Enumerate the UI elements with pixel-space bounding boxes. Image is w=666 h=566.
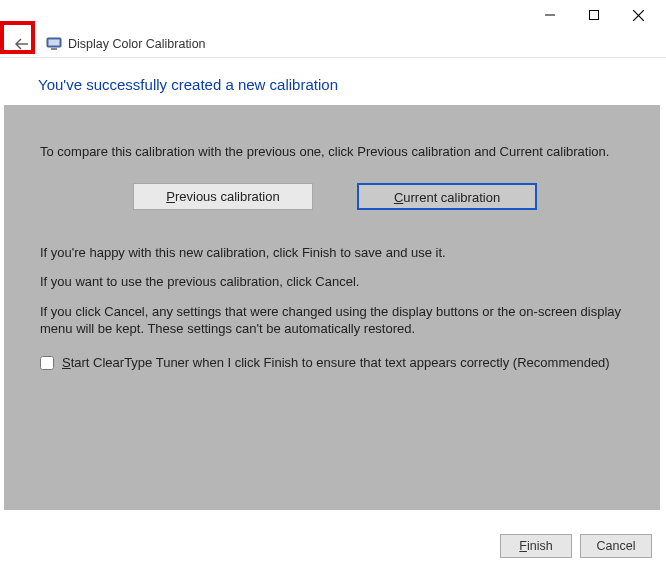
- display-calibration-icon: [46, 36, 62, 52]
- titlebar: [0, 0, 666, 30]
- back-button[interactable]: [8, 30, 36, 58]
- cancel-instruction: If you want to use the previous calibrat…: [40, 273, 630, 291]
- cancel-note: If you click Cancel, any settings that w…: [40, 303, 630, 338]
- wizard-window: Display Color Calibration You've success…: [0, 0, 666, 566]
- compare-buttons-row: Previous calibration Current calibration: [40, 183, 630, 210]
- svg-rect-1: [590, 11, 599, 20]
- page-title: You've successfully created a new calibr…: [0, 58, 666, 105]
- cleartype-tuner-label[interactable]: Start ClearType Tuner when I click Finis…: [62, 354, 610, 372]
- header-row: Display Color Calibration: [0, 30, 666, 58]
- svg-rect-7: [51, 48, 57, 50]
- cancel-button[interactable]: Cancel: [580, 534, 652, 558]
- cleartype-tuner-checkbox[interactable]: [40, 356, 54, 370]
- svg-rect-6: [49, 39, 60, 45]
- finish-instruction: If you're happy with this new calibratio…: [40, 244, 630, 262]
- app-title: Display Color Calibration: [68, 37, 206, 51]
- finish-button[interactable]: Finish: [500, 534, 572, 558]
- cleartype-checkbox-row: Start ClearType Tuner when I click Finis…: [40, 354, 630, 372]
- previous-calibration-button[interactable]: Previous calibration: [133, 183, 313, 210]
- maximize-button[interactable]: [572, 1, 616, 29]
- arrow-left-icon: [14, 36, 30, 52]
- close-button[interactable]: [616, 1, 660, 29]
- wizard-body: To compare this calibration with the pre…: [4, 105, 660, 510]
- current-calibration-button[interactable]: Current calibration: [357, 183, 537, 210]
- compare-instructions: To compare this calibration with the pre…: [40, 143, 630, 161]
- wizard-footer: Finish Cancel: [0, 526, 666, 566]
- minimize-button[interactable]: [528, 1, 572, 29]
